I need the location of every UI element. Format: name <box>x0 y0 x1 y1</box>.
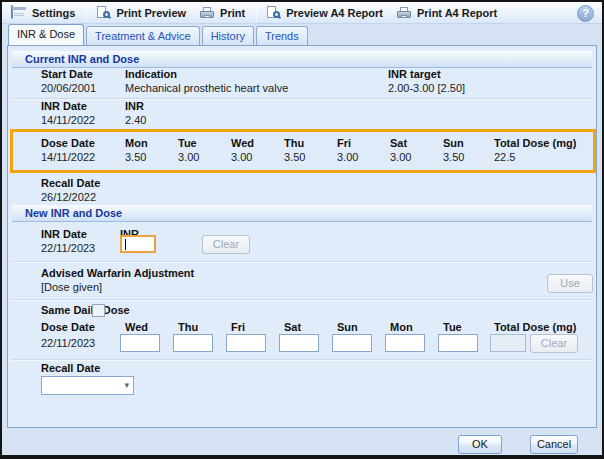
current-inr-value: 2.40 <box>125 114 146 126</box>
chevron-down-icon: ▾ <box>124 380 129 390</box>
preview-a4-report-button[interactable]: Preview A4 Report <box>260 3 391 23</box>
print-label: Print <box>220 7 245 19</box>
new-inr-date-value: 22/11/2023 <box>41 242 95 254</box>
inr-target-value: 2.00-3.00 [2.50] <box>388 82 465 94</box>
current-total-dose-label: Total Dose (mg) <box>494 137 576 149</box>
use-button[interactable]: Use <box>547 274 593 293</box>
dose-input-tue[interactable] <box>438 334 478 352</box>
same-daily-dose-label: Same Daily Dose <box>41 304 130 316</box>
print-a4-label: Print A4 Report <box>417 7 497 19</box>
same-daily-dose-checkbox[interactable] <box>92 304 105 317</box>
settings-button[interactable]: Settings <box>6 3 83 23</box>
print-button[interactable]: Print <box>194 3 253 23</box>
new-recall-date-label: Recall Date <box>41 362 100 374</box>
print-preview-label: Print Preview <box>116 7 186 19</box>
inr-target-label: INR target <box>388 68 441 80</box>
current-dose-date-value: 14/11/2022 <box>41 151 95 163</box>
new-inr-date-label: INR Date <box>41 228 87 240</box>
row-separator <box>12 359 592 361</box>
toolbar-separator <box>86 5 87 21</box>
clear-inr-button[interactable]: Clear <box>202 235 250 254</box>
printer-icon <box>396 6 412 20</box>
dose-value-fri: 3.00 <box>337 151 358 163</box>
tab-bar: INR & Dose Treatment & Advice History Tr… <box>2 24 602 45</box>
dose-value-sat: 3.00 <box>390 151 411 163</box>
print-preview-icon <box>95 6 111 20</box>
day-label-fri: Fri <box>231 321 245 333</box>
toolbar-separator <box>256 5 257 21</box>
day-label-sat: Sat <box>390 137 407 149</box>
print-a4-report-button[interactable]: Print A4 Report <box>391 3 505 23</box>
row-separator <box>12 299 592 301</box>
current-total-dose-value: 22.5 <box>494 151 515 163</box>
day-label-wed: Wed <box>125 321 148 333</box>
new-total-dose-label: Total Dose (mg) <box>494 321 576 333</box>
day-label-fri: Fri <box>337 137 351 149</box>
day-label-thu: Thu <box>178 321 198 333</box>
tab-history[interactable]: History <box>202 26 254 45</box>
current-recall-date-label: Recall Date <box>41 177 100 189</box>
preview-a4-icon <box>265 6 281 20</box>
start-date-label: Start Date <box>41 68 93 80</box>
indication-label: Indication <box>125 68 177 80</box>
day-label-thu: Thu <box>284 137 304 149</box>
new-section-header: New INR and Dose <box>12 205 592 222</box>
day-label-mon: Mon <box>125 137 148 149</box>
printer-icon <box>199 6 215 20</box>
cancel-button[interactable]: Cancel <box>530 435 578 454</box>
inr-dose-dialog: Settings Print Preview Print Preview A4 … <box>0 0 604 459</box>
current-recall-date-value: 26/12/2022 <box>41 191 96 203</box>
dose-input-sun[interactable] <box>332 334 372 352</box>
help-button[interactable]: ? <box>577 5 594 22</box>
recall-date-dropdown[interactable]: ▾ <box>41 376 134 395</box>
day-label-sun: Sun <box>337 321 358 333</box>
row-separator <box>12 98 592 100</box>
new-dose-date-label: Dose Date <box>41 321 95 333</box>
dose-input-fri[interactable] <box>226 334 266 352</box>
preview-a4-label: Preview A4 Report <box>286 7 383 19</box>
day-label-mon: Mon <box>390 321 413 333</box>
settings-label: Settings <box>32 7 75 19</box>
dose-input-sat[interactable] <box>279 334 319 352</box>
dose-input-wed[interactable] <box>120 334 160 352</box>
settings-form-icon <box>11 6 27 20</box>
total-dose-readonly-field <box>490 334 526 352</box>
tab-inr-dose[interactable]: INR & Dose <box>8 24 84 45</box>
ok-button[interactable]: OK <box>458 435 502 454</box>
current-inr-label: INR <box>125 100 144 112</box>
indication-value: Mechanical prosthetic heart valve <box>125 82 288 94</box>
dose-input-thu[interactable] <box>173 334 213 352</box>
tab-treatment-advice[interactable]: Treatment & Advice <box>86 26 200 45</box>
dose-value-thu: 3.50 <box>284 151 305 163</box>
current-dose-date-label: Dose Date <box>41 137 95 149</box>
dose-value-sun: 3.50 <box>443 151 464 163</box>
advised-adjustment-label: Advised Warfarin Adjustment <box>41 267 194 279</box>
inr-dose-tab-page: Current INR and Dose Start Date 20/06/20… <box>7 45 597 428</box>
current-inr-date-label: INR Date <box>41 100 87 112</box>
toolbar: Settings Print Preview Print Preview A4 … <box>2 2 602 24</box>
tab-trends[interactable]: Trends <box>256 26 308 45</box>
text-caret <box>125 239 126 250</box>
dose-value-tue: 3.00 <box>178 151 199 163</box>
dose-value-mon: 3.50 <box>125 151 146 163</box>
new-dose-date-value: 22/11/2023 <box>41 337 95 349</box>
row-separator <box>12 261 592 263</box>
clear-dose-button[interactable]: Clear <box>530 334 578 353</box>
current-inr-date-value: 14/11/2022 <box>41 114 95 126</box>
day-label-tue: Tue <box>443 321 462 333</box>
day-label-sun: Sun <box>443 137 464 149</box>
print-preview-button[interactable]: Print Preview <box>90 3 194 23</box>
day-label-sat: Sat <box>284 321 301 333</box>
day-label-tue: Tue <box>178 137 197 149</box>
current-section-header: Current INR and Dose <box>12 51 592 68</box>
dose-input-mon[interactable] <box>385 334 425 352</box>
advised-adjustment-value: [Dose given] <box>41 281 102 293</box>
day-label-wed: Wed <box>231 137 254 149</box>
dose-value-wed: 3.00 <box>231 151 252 163</box>
start-date-value: 20/06/2001 <box>41 82 96 94</box>
